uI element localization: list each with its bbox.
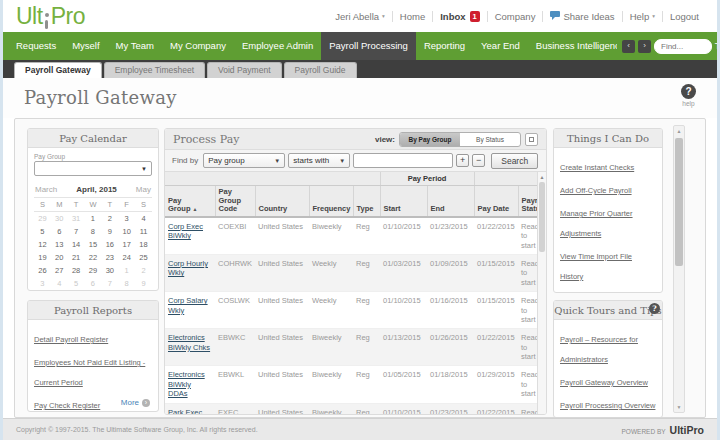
global-find-input[interactable] (654, 39, 712, 54)
calendar-day[interactable]: 18 (135, 238, 152, 251)
calendar-day[interactable]: 2 (135, 264, 152, 277)
tab-employee-timesheet[interactable]: Employee Timesheet (104, 62, 205, 78)
scroll-up-icon[interactable]: ▲ (674, 128, 684, 134)
utility-jeri-abella[interactable]: Jeri Abella▾ (328, 11, 392, 22)
column-header-pay-date[interactable]: Pay Date (474, 186, 518, 217)
tours-help-icon[interactable]: ? (649, 303, 660, 314)
nav-scroll-left-button[interactable]: ‹ (622, 40, 635, 53)
table-scrollbar-thumb[interactable] (539, 182, 545, 252)
column-header-end[interactable]: End (427, 186, 474, 217)
calendar-day[interactable]: 7 (101, 277, 118, 290)
nav-item-my-company[interactable]: My Company (162, 32, 234, 60)
pay-group-link[interactable]: Corp Hourly Wkly (168, 259, 208, 277)
nav-item-reporting[interactable]: Reporting (416, 32, 473, 60)
calendar-day[interactable]: 9 (135, 277, 152, 290)
column-header-pay-group-code[interactable]: Pay Group Code (215, 186, 255, 217)
calendar-day[interactable]: 5 (68, 277, 85, 290)
calendar-day[interactable]: 23 (101, 251, 118, 264)
calendar-day[interactable]: 15 (85, 238, 102, 251)
tour-link[interactable]: Payroll Processing Overview (560, 401, 655, 410)
calendar-next-month[interactable]: May (136, 185, 151, 194)
pay-group-link[interactable]: Corp Salary Wkly (168, 296, 208, 314)
column-header-pay-group[interactable]: Pay Group▲ (165, 186, 215, 217)
column-header-payroll-status[interactable]: Payroll Status (518, 186, 538, 217)
tour-link[interactable]: Payroll Gateway Overview (560, 378, 648, 387)
calendar-day[interactable]: 17 (118, 238, 135, 251)
expand-panel-icon[interactable] (525, 133, 538, 146)
calendar-day[interactable]: 1 (85, 212, 102, 226)
column-header-country[interactable]: Country (255, 186, 309, 217)
calendar-day[interactable]: 4 (135, 212, 152, 226)
calendar-day[interactable]: 30 (51, 212, 68, 226)
more-reports-link[interactable]: More › (121, 398, 150, 407)
nav-item-employee-admin[interactable]: Employee Admin (234, 32, 321, 60)
calendar-day[interactable]: 13 (51, 238, 68, 251)
calendar-day[interactable]: 4 (51, 277, 68, 290)
utility-home[interactable]: Home (392, 11, 432, 22)
column-header-start[interactable]: Start (380, 186, 427, 217)
calendar-day[interactable]: 14 (68, 238, 85, 251)
calendar-day[interactable]: 3 (34, 277, 51, 290)
calendar-day[interactable]: 20 (51, 251, 68, 264)
calendar-day[interactable]: 2 (101, 212, 118, 226)
calendar-day[interactable]: 19 (34, 251, 51, 264)
calendar-day[interactable]: 5 (34, 225, 51, 238)
report-link[interactable]: Employees Not Paid Edit Listing - Curren… (34, 358, 145, 387)
nav-item-payroll-processing[interactable]: Payroll Processing (321, 32, 416, 60)
tab-payroll-gateway[interactable]: Payroll Gateway (14, 62, 102, 78)
calendar-day[interactable]: 12 (34, 238, 51, 251)
find-value-input[interactable] (353, 153, 453, 168)
calendar-day[interactable]: 31 (68, 212, 85, 226)
nav-item-my-team[interactable]: My Team (108, 32, 162, 60)
utility-logout[interactable]: Logout (662, 11, 706, 22)
help-button[interactable]: ? help (681, 84, 696, 107)
tab-payroll-guide[interactable]: Payroll Guide (284, 62, 357, 78)
tab-void-payment[interactable]: Void Payment (207, 62, 281, 78)
column-header-type[interactable]: Type (353, 186, 380, 217)
remove-criteria-button[interactable]: − (472, 154, 485, 167)
utility-help[interactable]: Help▾ (622, 11, 662, 22)
search-button[interactable]: Search (491, 153, 538, 169)
nav-scroll-right-button[interactable]: › (638, 40, 651, 53)
utility-share-ideas[interactable]: Share Ideas (542, 11, 621, 22)
scroll-down-icon[interactable]: ▼ (674, 404, 684, 410)
calendar-day[interactable]: 21 (68, 251, 85, 264)
utility-company[interactable]: Company (487, 11, 543, 22)
find-operator-select[interactable]: starts with ▼ (288, 153, 350, 168)
calendar-day[interactable]: 11 (135, 225, 152, 238)
pay-group-link[interactable]: Park Exec BiWkly (168, 408, 202, 416)
pay-group-select[interactable]: ▼ (34, 161, 152, 176)
column-header-frequency[interactable]: Frequency (309, 186, 353, 217)
action-link[interactable]: Create Instant Checks (560, 163, 634, 172)
calendar-day[interactable]: 1 (118, 264, 135, 277)
calendar-day[interactable]: 27 (51, 264, 68, 277)
calendar-day[interactable]: 6 (51, 225, 68, 238)
calendar-day[interactable]: 3 (118, 212, 135, 226)
view-option-by-status[interactable]: By Status (460, 133, 520, 146)
scroll-up-icon[interactable]: ▲ (538, 172, 546, 180)
report-link[interactable]: Detail Payroll Register (34, 335, 108, 344)
calendar-day[interactable]: 7 (68, 225, 85, 238)
action-link[interactable]: Manage Prior Quarter Adjustments (560, 209, 633, 238)
calendar-day[interactable]: 30 (101, 264, 118, 277)
calendar-day[interactable]: 24 (118, 251, 135, 264)
nav-item-year-end[interactable]: Year End (473, 32, 528, 60)
report-link[interactable]: Pay Check Register (34, 401, 100, 410)
calendar-day[interactable]: 28 (68, 264, 85, 277)
find-field-select[interactable]: Pay group ▼ (203, 153, 285, 168)
action-link[interactable]: View Time Import File History (560, 252, 632, 281)
pay-group-link[interactable]: Electronics BiWkly Chks (168, 333, 210, 351)
nav-item-myself[interactable]: Myself (64, 32, 107, 60)
calendar-day[interactable]: 16 (101, 238, 118, 251)
calendar-day[interactable]: 9 (101, 225, 118, 238)
add-criteria-button[interactable]: + (456, 154, 469, 167)
calendar-day[interactable]: 25 (135, 251, 152, 264)
calendar-day[interactable]: 10 (118, 225, 135, 238)
action-link[interactable]: Add Off-Cycle Payroll (560, 186, 632, 195)
calendar-day[interactable]: 8 (118, 277, 135, 290)
tour-link[interactable]: Payroll – Resources for Administrators (560, 335, 638, 364)
calendar-day[interactable]: 22 (85, 251, 102, 264)
pay-group-link[interactable]: Electronics BiWkly DDAs (168, 370, 205, 398)
utility-inbox[interactable]: Inbox1 (432, 11, 487, 22)
calendar-prev-month[interactable]: March (35, 185, 57, 194)
